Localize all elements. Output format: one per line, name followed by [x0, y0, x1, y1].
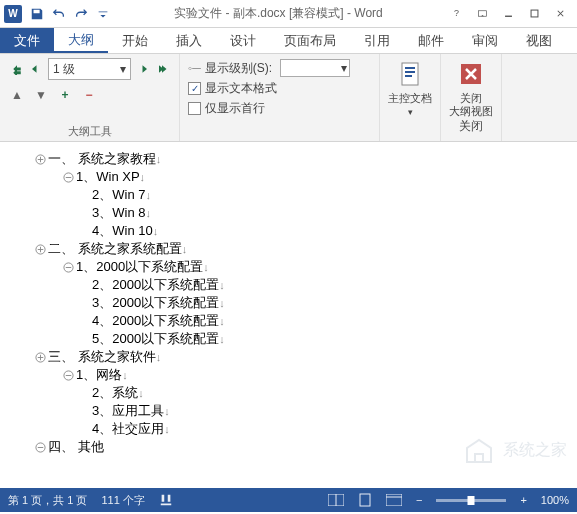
tab-view[interactable]: 视图	[512, 28, 566, 53]
close-outline-label: 关闭 大纲视图	[449, 92, 493, 118]
show-group: ◦─ 显示级别(S): ▾ ✓ 显示文本格式 仅显示首行	[180, 54, 380, 141]
document-icon	[394, 58, 426, 90]
paragraph-mark: ↓	[164, 405, 170, 417]
ribbon-body: 1 级 ▾ ▲ ▼ + − 大纲工具 ◦─ 显示级别(S): ▾ ✓ 显示文本格…	[0, 54, 577, 142]
outline-row[interactable]: 1、2000以下系统配置↓	[16, 258, 561, 276]
chevron-down-icon: ▾	[120, 62, 126, 76]
outline-row[interactable]: 一、 系统之家教程↓	[16, 150, 561, 168]
outline-row[interactable]: 2、2000以下系统配置↓	[16, 276, 561, 294]
promote-button[interactable]	[26, 58, 44, 80]
outline-row[interactable]: 4、社交应用↓	[16, 420, 561, 438]
close-button[interactable]	[547, 3, 573, 25]
tab-mail[interactable]: 邮件	[404, 28, 458, 53]
tab-home[interactable]: 开始	[108, 28, 162, 53]
collapse-icon[interactable]	[60, 172, 76, 183]
outline-row[interactable]: 1、Win XP↓	[16, 168, 561, 186]
first-line-only-label: 仅显示首行	[205, 100, 265, 117]
outline-row[interactable]: 2、Win 7↓	[16, 186, 561, 204]
collapse-icon[interactable]	[60, 262, 76, 273]
zoom-level[interactable]: 100%	[541, 494, 569, 506]
outline-row[interactable]: 2、系统↓	[16, 384, 561, 402]
ribbon-options-button[interactable]	[469, 3, 495, 25]
move-up-button[interactable]: ▲	[8, 86, 26, 104]
outline-text: 4、社交应用	[92, 420, 164, 438]
outline-row[interactable]: 3、应用工具↓	[16, 402, 561, 420]
redo-button[interactable]	[70, 3, 92, 25]
zoom-slider[interactable]	[436, 499, 506, 502]
close-group: 关闭 大纲视图 关闭	[441, 54, 502, 141]
outline-text: 2、Win 7	[92, 186, 145, 204]
master-doc-group: 主控文档 ▾	[380, 54, 441, 141]
outline-tools-label: 大纲工具	[8, 122, 171, 139]
outline-row[interactable]: 4、Win 10↓	[16, 222, 561, 240]
expand-icon[interactable]	[32, 154, 48, 165]
save-button[interactable]	[26, 3, 48, 25]
outline-row[interactable]: 1、网络↓	[16, 366, 561, 384]
first-line-only-checkbox[interactable]	[188, 102, 201, 115]
outline-row[interactable]: 3、2000以下系统配置↓	[16, 294, 561, 312]
collapse-button[interactable]: −	[80, 86, 98, 104]
tab-design[interactable]: 设计	[216, 28, 270, 53]
show-formatting-checkbox[interactable]: ✓	[188, 82, 201, 95]
collapse-icon[interactable]	[60, 370, 76, 381]
paragraph-mark: ↓	[219, 297, 225, 309]
outline-row[interactable]: 4、2000以下系统配置↓	[16, 312, 561, 330]
help-button[interactable]: ?	[443, 3, 469, 25]
outline-level-value: 1 级	[53, 61, 75, 78]
maximize-button[interactable]	[521, 3, 547, 25]
tab-layout[interactable]: 页面布局	[270, 28, 350, 53]
show-level-select[interactable]: ▾	[280, 59, 350, 77]
paragraph-mark: ↓	[156, 351, 162, 363]
svg-rect-4	[402, 63, 418, 85]
tab-insert[interactable]: 插入	[162, 28, 216, 53]
collapse-icon[interactable]	[32, 442, 48, 453]
paragraph-mark: ↓	[164, 423, 170, 435]
word-app-icon: W	[4, 5, 22, 23]
chevron-down-icon: ▾	[408, 107, 413, 117]
tab-file[interactable]: 文件	[0, 28, 54, 53]
move-down-button[interactable]: ▼	[32, 86, 50, 104]
svg-rect-5	[405, 67, 415, 69]
svg-rect-6	[405, 71, 415, 73]
outline-text: 1、网络	[76, 366, 122, 384]
page-indicator[interactable]: 第 1 页，共 1 页	[8, 493, 87, 508]
master-document-button[interactable]: 主控文档 ▾	[388, 58, 432, 117]
tab-outline[interactable]: 大纲	[54, 28, 108, 53]
undo-button[interactable]	[48, 3, 70, 25]
paragraph-mark: ↓	[219, 279, 225, 291]
qat-customize-button[interactable]	[92, 3, 114, 25]
zoom-in-button[interactable]: +	[520, 494, 526, 506]
outline-row[interactable]: 3、Win 8↓	[16, 204, 561, 222]
titlebar: W 实验文件 - 副本.docx [兼容模式] - Word ?	[0, 0, 577, 28]
outline-text: 4、2000以下系统配置	[92, 312, 219, 330]
outline-row[interactable]: 三、 系统之家软件↓	[16, 348, 561, 366]
read-mode-button[interactable]	[328, 494, 344, 506]
svg-rect-18	[360, 494, 370, 506]
tab-references[interactable]: 引用	[350, 28, 404, 53]
demote-to-body-button[interactable]	[153, 58, 171, 80]
outline-row[interactable]: 四、 其他	[16, 438, 561, 456]
close-outline-button[interactable]: 关闭 大纲视图	[449, 58, 493, 118]
outline-text: 2、系统	[92, 384, 138, 402]
expand-icon[interactable]	[32, 244, 48, 255]
outline-level-select[interactable]: 1 级 ▾	[48, 58, 131, 80]
outline-row[interactable]: 5、2000以下系统配置↓	[16, 330, 561, 348]
word-count[interactable]: 111 个字	[101, 493, 144, 508]
outline-row[interactable]: 二、 系统之家系统配置↓	[16, 240, 561, 258]
tab-review[interactable]: 审阅	[458, 28, 512, 53]
outline-text: 3、应用工具	[92, 402, 164, 420]
spellcheck-icon[interactable]	[159, 493, 173, 507]
outline-text: 一、 系统之家教程	[48, 150, 156, 168]
close-group-label: 关闭	[459, 118, 483, 135]
minimize-button[interactable]	[495, 3, 521, 25]
print-layout-button[interactable]	[358, 493, 372, 507]
web-layout-button[interactable]	[386, 494, 402, 506]
expand-icon[interactable]	[32, 352, 48, 363]
demote-button[interactable]	[135, 58, 153, 80]
zoom-out-button[interactable]: −	[416, 494, 422, 506]
promote-to-heading1-button[interactable]	[8, 58, 26, 80]
expand-button[interactable]: +	[56, 86, 74, 104]
document-area[interactable]: 一、 系统之家教程↓1、Win XP↓2、Win 7↓3、Win 8↓4、Win…	[0, 142, 577, 488]
paragraph-mark: ↓	[145, 207, 151, 219]
close-icon	[455, 58, 487, 90]
